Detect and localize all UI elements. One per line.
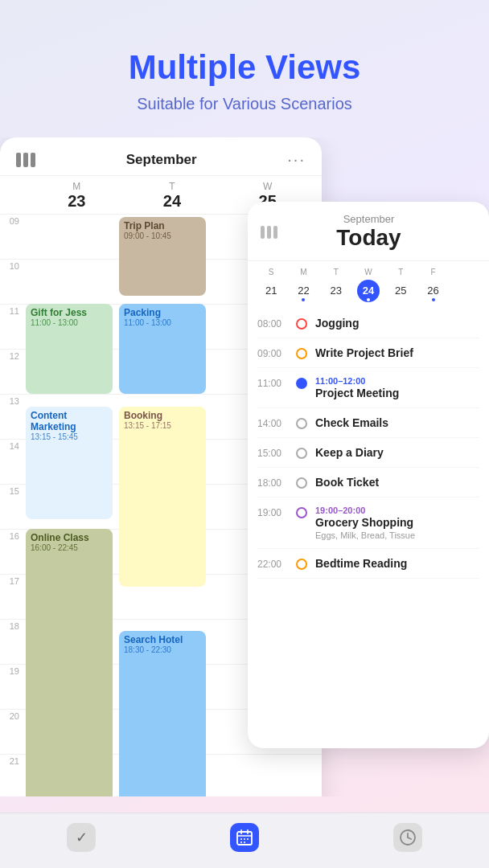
time-18: 18 <box>0 620 23 664</box>
svg-point-5 <box>244 838 245 840</box>
week-card-header: September ··· <box>0 137 322 176</box>
nav-clock[interactable] <box>393 823 422 852</box>
mini-day-s: S 21 <box>256 268 286 302</box>
week-card-title: September <box>126 152 197 168</box>
time-09: 09 <box>0 215 23 259</box>
event-search-hotel[interactable]: Search Hotel 18:30 - 22:30 <box>119 631 206 796</box>
event-book-ticket[interactable]: 18:00 Book Ticket <box>257 468 479 497</box>
time-13: 13 <box>0 395 23 439</box>
day-today: Today <box>277 225 460 251</box>
nav-check[interactable]: ✓ <box>67 823 96 852</box>
event-bedtime-reading[interactable]: 22:00 Bedtime Reading <box>257 549 479 579</box>
event-keep-diary[interactable]: 15:00 Keep a Diary <box>257 438 479 468</box>
svg-point-8 <box>244 841 245 843</box>
event-write-brief[interactable]: 09:00 Write Project Brief <box>257 338 479 368</box>
event-booking[interactable]: Booking 13:15 - 17:15 <box>119 407 206 587</box>
event-jogging[interactable]: 08:00 Jogging <box>257 309 479 338</box>
time-15: 15 <box>0 485 23 529</box>
calendar-icon[interactable] <box>230 823 259 852</box>
time-17: 17 <box>0 575 23 619</box>
day-month: September <box>277 213 460 225</box>
header-section: Multiple Views Suitable for Various Scen… <box>0 0 489 137</box>
main-title: Multiple Views <box>16 48 473 87</box>
mini-day-w: W 24 <box>353 268 384 302</box>
menu-icon[interactable] <box>16 153 35 167</box>
nav-calendar[interactable] <box>230 823 259 852</box>
week-day-col-1: T 24 <box>125 181 220 211</box>
mini-day-t1: T 23 <box>321 268 351 302</box>
time-20: 20 <box>0 710 23 754</box>
day-card-header: September Today <box>248 202 489 261</box>
event-online-class[interactable]: Online Class 16:00 - 22:45 <box>26 529 113 796</box>
time-21: 21 <box>0 755 23 796</box>
svg-point-7 <box>240 841 242 843</box>
mini-week: S 21 M 22 T 23 W 24 T 25 F 26 <box>248 261 489 309</box>
clock-icon[interactable] <box>393 823 422 852</box>
time-14: 14 <box>0 440 23 484</box>
mini-day-f: F 26 <box>417 268 448 302</box>
day-card: September Today S 21 M 22 T 23 W 24 <box>248 202 489 748</box>
time-12: 12 <box>0 350 23 394</box>
svg-point-6 <box>247 838 249 840</box>
day-menu-icon[interactable] <box>261 226 277 239</box>
time-16: 16 <box>0 530 23 574</box>
mini-day-t2: T 25 <box>385 268 416 302</box>
event-grocery[interactable]: 19:00 19:00–20:00 Grocery Shopping Eggs,… <box>257 497 479 549</box>
event-check-emails[interactable]: 14:00 Check Emails <box>257 408 479 438</box>
event-gift-jess[interactable]: Gift for Jess 11:00 - 13:00 <box>26 304 113 394</box>
svg-line-11 <box>408 837 411 839</box>
event-trip-plan[interactable]: Trip Plan 09:00 - 10:45 <box>119 217 206 296</box>
check-icon[interactable]: ✓ <box>67 823 96 852</box>
sub-title: Suitable for Various Scenarios <box>16 95 473 113</box>
cards-wrapper: September ··· M 23 T 24 W 25 09 <box>0 137 489 796</box>
event-project-meeting[interactable]: 11:00 11:00–12:00 Project Meeting <box>257 368 479 408</box>
time-19: 19 <box>0 665 23 709</box>
event-packing[interactable]: Packing 11:00 - 13:00 <box>119 304 206 394</box>
mini-day-m: M 22 <box>288 268 318 302</box>
bottom-nav: ✓ <box>0 813 489 868</box>
time-10: 10 <box>0 260 23 304</box>
time-11: 11 <box>0 305 23 349</box>
event-content-marketing[interactable]: Content Marketing 13:15 - 15:45 <box>26 407 113 519</box>
week-card-more[interactable]: ··· <box>287 150 306 169</box>
day-events: 08:00 Jogging 09:00 Write Project Brief … <box>248 309 489 579</box>
week-day-col-0: M 23 <box>29 181 125 211</box>
svg-point-4 <box>240 838 242 840</box>
